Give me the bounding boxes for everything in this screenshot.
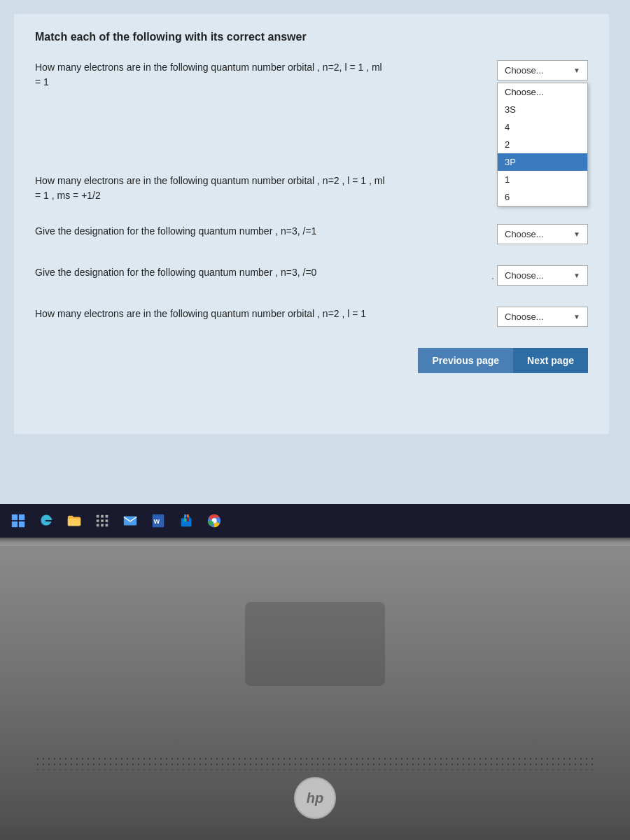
svg-rect-8	[101, 519, 104, 522]
dropdown-wrapper-4: . Choose... ▼	[491, 265, 588, 286]
svg-rect-4	[97, 515, 99, 518]
chevron-down-icon: ▼	[573, 66, 580, 74]
option-4[interactable]: 4	[498, 118, 587, 136]
dropdown-1[interactable]: Choose... ▼	[497, 60, 588, 80]
question-text-5: How many electrons are in the following …	[35, 307, 497, 321]
option-2[interactable]: 2	[498, 136, 587, 153]
dropdown-1-menu: Choose... 3S 4 2 3P 1 6	[497, 83, 588, 206]
quiz-container: Match each of the following with its cor…	[14, 14, 609, 434]
svg-text:W: W	[154, 518, 160, 525]
chevron-down-icon-3: ▼	[573, 230, 580, 238]
taskbar-store-icon[interactable]	[175, 510, 197, 532]
question-text-4: Give the designation for the following q…	[35, 265, 491, 280]
dropdown-5-label: Choose...	[505, 312, 544, 322]
option-6[interactable]: 6	[498, 188, 587, 206]
svg-rect-10	[97, 524, 99, 527]
taskbar-chrome-icon[interactable]	[203, 510, 225, 532]
dropdown-3[interactable]: Choose... ▼	[497, 224, 588, 244]
dot-separator: .	[491, 270, 494, 281]
dropdown-1-label: Choose...	[505, 65, 544, 76]
svg-rect-1	[19, 514, 24, 520]
dropdown-5[interactable]: Choose... ▼	[497, 307, 588, 327]
option-choose[interactable]: Choose...	[498, 83, 587, 101]
svg-rect-12	[106, 524, 108, 527]
svg-rect-19	[184, 518, 186, 522]
taskbar: W	[0, 504, 630, 538]
svg-rect-13	[124, 517, 136, 526]
chevron-down-icon-4: ▼	[573, 272, 580, 279]
question-row-3: Give the designation for the following q…	[35, 224, 588, 244]
question-text-1: How many electrons are in the following …	[35, 60, 497, 90]
svg-rect-11	[101, 524, 104, 527]
svg-rect-6	[106, 515, 108, 518]
svg-rect-20	[187, 518, 189, 522]
next-page-button[interactable]: Next page	[513, 348, 588, 373]
quiz-title: Match each of the following with its cor…	[35, 31, 588, 43]
dropdown-4[interactable]: Choose... ▼	[497, 265, 588, 286]
svg-rect-9	[106, 519, 108, 522]
previous-page-button[interactable]: Previous page	[418, 348, 513, 373]
question-text-2: How many electrons are in the following …	[35, 174, 497, 203]
dropdown-wrapper-5: Choose... ▼	[497, 307, 588, 327]
hp-logo: hp	[294, 777, 336, 819]
question-row-1: How many electrons are in the following …	[35, 60, 588, 90]
svg-rect-3	[19, 522, 24, 527]
svg-rect-5	[101, 515, 104, 518]
option-1[interactable]: 1	[498, 171, 587, 188]
taskbar-mail-icon[interactable]	[119, 510, 141, 532]
taskbar-edge-icon[interactable]	[35, 510, 57, 532]
dropdown-3-label: Choose...	[505, 229, 544, 239]
nav-buttons: Previous page Next page	[35, 348, 588, 373]
laptop-hinge	[0, 538, 630, 546]
dropdown-wrapper-3: Choose... ▼	[497, 224, 588, 244]
svg-rect-7	[97, 519, 99, 522]
svg-rect-18	[187, 514, 189, 518]
svg-rect-17	[184, 514, 186, 518]
option-3p[interactable]: 3P	[498, 153, 587, 171]
question-row-5: How many electrons are in the following …	[35, 307, 588, 327]
option-3s[interactable]: 3S	[498, 101, 587, 118]
taskbar-word-icon[interactable]: W	[147, 510, 169, 532]
screen-area: Match each of the following with its cor…	[0, 0, 630, 504]
dropdown-wrapper-1: Choose... ▼ Choose... 3S 4 2 3P 1 6	[497, 60, 588, 80]
laptop-body: hp	[0, 538, 630, 840]
chevron-down-icon-5: ▼	[573, 313, 580, 321]
dropdown-4-label: Choose...	[505, 270, 544, 281]
svg-rect-2	[12, 522, 18, 527]
touchpad[interactable]	[245, 602, 385, 686]
taskbar-apps-icon[interactable]	[91, 510, 113, 532]
question-row-4: Give the designation for the following q…	[35, 265, 588, 286]
taskbar-windows-icon[interactable]	[7, 510, 29, 532]
taskbar-file-explorer-icon[interactable]	[63, 510, 85, 532]
question-text-3: Give the designation for the following q…	[35, 224, 497, 239]
svg-rect-0	[12, 514, 18, 520]
